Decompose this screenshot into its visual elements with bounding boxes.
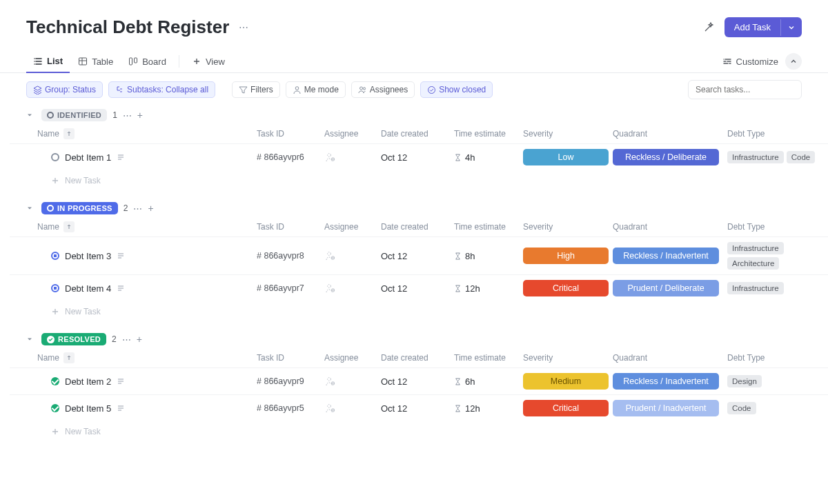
column-header-severity[interactable]: Severity: [523, 222, 613, 232]
column-header-quadrant[interactable]: Quadrant: [613, 222, 727, 232]
column-header-name[interactable]: Name: [37, 352, 257, 363]
cell-time[interactable]: 6h: [454, 376, 523, 387]
task-name[interactable]: Debt Item 5: [65, 403, 111, 414]
cell-quadrant[interactable]: Prudent / Deliberate: [613, 280, 727, 296]
table-row[interactable]: Debt Item 4# 866ayvpr7Oct 1212hCriticalP…: [10, 274, 828, 301]
debt-type-tag[interactable]: Infrastructure: [727, 151, 784, 163]
row-status-icon[interactable]: [51, 404, 59, 412]
group-status-pill-resolved[interactable]: RESOLVED: [41, 333, 106, 345]
debt-type-tag[interactable]: Design: [727, 375, 762, 387]
cell-time[interactable]: 12h: [454, 403, 523, 414]
cell-time[interactable]: 12h: [454, 283, 523, 294]
cell-severity[interactable]: Critical: [523, 400, 613, 416]
cell-date[interactable]: Oct 12: [381, 251, 454, 261]
cell-debttype[interactable]: InfrastructureCode: [727, 151, 828, 163]
table-row[interactable]: Debt Item 3# 866ayvpr8Oct 128hHighReckle…: [10, 236, 828, 274]
column-header-debttype[interactable]: Debt Type: [727, 222, 828, 232]
column-header-debttype[interactable]: Debt Type: [727, 353, 828, 363]
description-icon[interactable]: [117, 377, 125, 385]
new-task-button[interactable]: New Task: [10, 421, 828, 442]
column-header-quadrant[interactable]: Quadrant: [613, 353, 727, 363]
ai-wand-button[interactable]: [700, 19, 718, 37]
cell-assignee[interactable]: [324, 403, 381, 414]
show-closed-chip[interactable]: Show closed: [420, 81, 493, 98]
column-header-quadrant[interactable]: Quadrant: [613, 129, 727, 139]
add-view-button[interactable]: View: [185, 51, 232, 72]
group-menu-button[interactable]: ⋯: [122, 334, 131, 345]
column-header-assignee[interactable]: Assignee: [324, 353, 381, 363]
view-tab-list[interactable]: List: [26, 50, 70, 73]
description-icon[interactable]: [117, 252, 125, 260]
cell-assignee[interactable]: [324, 376, 381, 387]
group-add-task-button[interactable]: +: [137, 334, 142, 345]
view-tab-board[interactable]: Board: [121, 51, 173, 72]
group-status-pill-inprogress[interactable]: IN PROGRESS: [41, 202, 118, 214]
row-status-icon[interactable]: [51, 153, 59, 161]
cell-assignee[interactable]: [324, 250, 381, 261]
subtasks-chip[interactable]: Subtasks: Collapse all: [108, 81, 215, 98]
column-header-time[interactable]: Time estimate: [454, 222, 523, 232]
cell-severity[interactable]: High: [523, 248, 613, 264]
row-status-icon[interactable]: [51, 252, 59, 260]
view-tab-table[interactable]: Table: [71, 51, 120, 72]
cell-quadrant[interactable]: Reckless / Deliberate: [613, 149, 727, 165]
column-header-assignee[interactable]: Assignee: [324, 222, 381, 232]
cell-assignee[interactable]: [324, 152, 381, 163]
assignees-chip[interactable]: Assignees: [351, 81, 415, 98]
cell-quadrant[interactable]: Reckless / Inadvertent: [613, 373, 727, 390]
sort-button[interactable]: [63, 352, 75, 363]
column-header-time[interactable]: Time estimate: [454, 129, 523, 139]
table-row[interactable]: Debt Item 2# 866ayvpr9Oct 126hMediumReck…: [10, 367, 828, 394]
column-header-severity[interactable]: Severity: [523, 129, 613, 139]
column-header-assignee[interactable]: Assignee: [324, 129, 381, 139]
column-header-date[interactable]: Date created: [381, 222, 454, 232]
sort-button[interactable]: [63, 221, 75, 232]
me-mode-chip[interactable]: Me mode: [286, 81, 346, 98]
row-status-icon[interactable]: [51, 377, 59, 385]
debt-type-tag[interactable]: Architecture: [727, 257, 779, 270]
cell-quadrant[interactable]: Reckless / Inadvertent: [613, 248, 727, 264]
column-header-date[interactable]: Date created: [381, 353, 454, 363]
add-task-label[interactable]: Add Task: [724, 17, 780, 37]
table-row[interactable]: Debt Item 5# 866ayvpr5Oct 1212hCriticalP…: [10, 394, 828, 421]
debt-type-tag[interactable]: Code: [727, 402, 756, 414]
group-add-task-button[interactable]: +: [137, 110, 143, 121]
group-menu-button[interactable]: ⋯: [133, 203, 142, 214]
debt-type-tag[interactable]: Infrastructure: [727, 242, 784, 254]
search-input-wrapper[interactable]: [688, 80, 802, 99]
cell-severity[interactable]: Low: [523, 149, 613, 165]
cell-debttype[interactable]: InfrastructureArchitecture: [727, 242, 828, 270]
customize-button[interactable]: Customize: [722, 57, 778, 67]
cell-debttype[interactable]: Code: [727, 402, 828, 414]
cell-assignee[interactable]: [324, 283, 381, 294]
filters-chip[interactable]: Filters: [232, 81, 280, 98]
column-header-time[interactable]: Time estimate: [454, 353, 523, 363]
new-task-button[interactable]: New Task: [10, 170, 828, 191]
cell-debttype[interactable]: Design: [727, 375, 828, 387]
title-menu-button[interactable]: ⋯: [239, 22, 248, 33]
cell-date[interactable]: Oct 12: [381, 376, 454, 387]
cell-quadrant[interactable]: Prudent / Inadvertent: [613, 400, 727, 416]
column-header-taskid[interactable]: Task ID: [257, 129, 324, 139]
collapse-panel-button[interactable]: [785, 53, 802, 70]
description-icon[interactable]: [117, 404, 125, 412]
task-name[interactable]: Debt Item 3: [65, 251, 111, 261]
group-collapse-toggle[interactable]: [26, 336, 36, 343]
debt-type-tag[interactable]: Infrastructure: [727, 282, 784, 294]
row-status-icon[interactable]: [51, 284, 59, 292]
cell-date[interactable]: Oct 12: [381, 152, 454, 163]
column-header-severity[interactable]: Severity: [523, 353, 613, 363]
debt-type-tag[interactable]: Code: [787, 151, 816, 163]
description-icon[interactable]: [117, 284, 125, 292]
task-name[interactable]: Debt Item 1: [65, 152, 111, 163]
add-task-dropdown[interactable]: [780, 19, 802, 36]
new-task-button[interactable]: New Task: [10, 301, 828, 322]
group-add-task-button[interactable]: +: [148, 203, 153, 214]
group-collapse-toggle[interactable]: [26, 112, 36, 119]
column-header-name[interactable]: Name: [37, 128, 257, 139]
group-status-pill-identified[interactable]: IDENTIFIED: [41, 109, 107, 121]
group-by-chip[interactable]: Group: Status: [26, 81, 103, 98]
column-header-date[interactable]: Date created: [381, 129, 454, 139]
search-input[interactable]: [696, 85, 794, 94]
cell-debttype[interactable]: Infrastructure: [727, 282, 828, 294]
